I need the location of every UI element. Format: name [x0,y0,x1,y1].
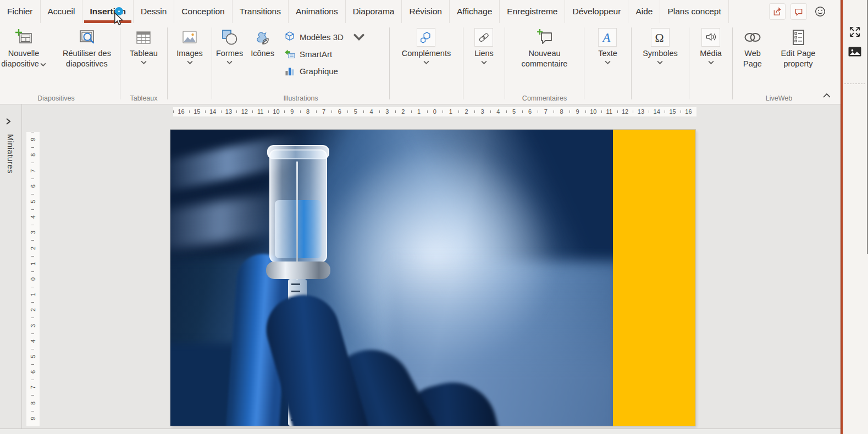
expand-thumbnails-button[interactable] [5,118,12,127]
chevron-down-icon [353,31,365,43]
panel-dashed-divider [844,84,865,84]
ruler-number: 8 [554,107,570,116]
ruler-number: 13 [221,107,237,116]
slide[interactable] [170,130,695,426]
media-button[interactable]: Média [696,26,726,64]
menu-tab[interactable]: Affichage [450,0,500,23]
ruler-number: 5 [347,107,363,116]
menu-tab[interactable]: Développeur [565,0,628,23]
comment-button[interactable] [790,3,807,20]
comment-icon [793,6,804,17]
ruler-number: 9 [570,107,585,116]
reuse-slides-label: Réutiliser des diapositives [58,48,115,69]
slide-photo-vaccine-syringe[interactable] [170,130,613,426]
edit-page-property-button[interactable]: Edit Page property [773,26,823,69]
ruler-number: 16 [173,107,189,116]
ruler-number: 10 [268,107,284,116]
text-button[interactable]: A Texte [594,26,621,64]
ruler-number: 4 [26,209,40,225]
vertical-ruler: 9876543210123456789 [26,132,40,426]
ruler-number: 14 [649,107,665,116]
new-slide-button[interactable]: Nouvelle diapositive [0,26,54,69]
shapes-icon [220,28,239,47]
menu-tabs: FichierAccueilInsertionDessinConceptionT… [0,0,729,23]
group-tableaux: Tableau Tableaux [120,23,167,104]
group-commentaires: Nouveau commentaire Commentaires [505,23,584,104]
feedback-button[interactable] [812,3,828,20]
side-strip-panel [843,0,868,434]
smartart-button[interactable]: SmartArt [284,48,365,60]
ruler-number: 5 [26,349,40,364]
chevron-down-icon [481,60,487,64]
chart-button[interactable]: Graphique [284,65,365,77]
ruler-number: 6 [26,179,40,194]
group-texte: A Texte [584,23,631,104]
ruler-number: 14 [205,107,221,116]
fullscreen-button[interactable] [847,24,863,40]
chevron-down-icon [708,60,714,64]
slide-accent-bar[interactable] [613,130,695,426]
group-media: Média [689,23,732,104]
menu-tab[interactable]: Fichier [0,0,41,23]
ruler-number: 2 [26,240,40,255]
thumbnails-pane-label: Miniatures [6,134,15,174]
collapse-ribbon-button[interactable] [821,91,833,99]
ruler-number: 8 [26,395,40,410]
menu-tab[interactable]: Accueil [41,0,83,23]
screenshot-gallery-button[interactable] [847,44,863,59]
new-slide-label: Nouvelle diapositive [1,49,39,68]
shapes-button[interactable]: Formes [212,26,247,64]
links-label: Liens [474,48,494,59]
media-label: Média [700,48,722,59]
ruler-number: 13 [633,107,649,116]
models-3d-button[interactable]: Modèles 3D [284,31,365,43]
models-3d-label: Modèles 3D [300,32,344,42]
edit-page-property-label: Edit Page property [777,48,820,69]
menu-tab[interactable]: Révision [402,0,449,23]
icons-button[interactable]: Icônes [247,26,278,59]
shapes-label: Formes [216,48,243,59]
ruler-number: 11 [252,107,268,116]
horizontal-scrollbar-track[interactable] [0,429,841,434]
ruler-number: 15 [665,107,681,116]
web-page-label: Web Page [738,48,767,69]
ruler-number: 6 [26,364,40,380]
reuse-slides-button[interactable]: Réutiliser des diapositives [54,26,119,69]
chart-icon [284,65,296,77]
menu-tab[interactable]: Dessin [134,0,174,23]
links-button[interactable]: Liens [471,26,497,64]
menu-tab[interactable]: Conception [174,0,232,23]
ruler-number: 4 [26,333,40,349]
table-button[interactable]: Tableau [126,26,162,64]
images-button[interactable]: Images [173,26,207,64]
menu-tab[interactable]: Animations [289,0,346,23]
addins-hexagon-icon [417,28,435,47]
new-comment-button[interactable]: Nouveau commentaire [510,26,579,69]
menu-tab[interactable]: Enregistreme [500,0,565,23]
new-comment-label: Nouveau commentaire [514,48,575,69]
menu-tab[interactable]: Transitions [233,0,289,23]
menu-actions [769,0,841,23]
group-label-diapositives: Diapositives [0,94,120,102]
table-label: Tableau [130,48,158,59]
menu-tab[interactable]: Aide [628,0,660,23]
web-rings-icon [743,28,762,47]
symbols-button[interactable]: Ω Symboles [639,26,682,64]
ruler-number: 2 [26,302,40,318]
ruler-number: 1 [411,107,427,116]
ruler-number: 1 [26,256,40,271]
group-symboles: Ω Symboles [632,23,689,104]
share-button[interactable] [769,3,786,20]
ruler-number: 2 [395,107,411,116]
duck-icon [253,28,272,47]
ruler-number: 1 [443,107,458,116]
menu-tab[interactable]: Insertion [82,0,133,23]
speaker-icon [701,28,720,47]
text-label: Texte [598,48,617,59]
menu-tab[interactable]: Diaporama [346,0,402,23]
ruler-number: 9 [26,132,40,147]
addins-button[interactable]: Compléments [398,26,455,64]
ruler-number: 3 [474,107,490,116]
web-page-button[interactable]: Web Page [734,26,771,69]
menu-tab[interactable]: Plans concept [660,0,728,23]
